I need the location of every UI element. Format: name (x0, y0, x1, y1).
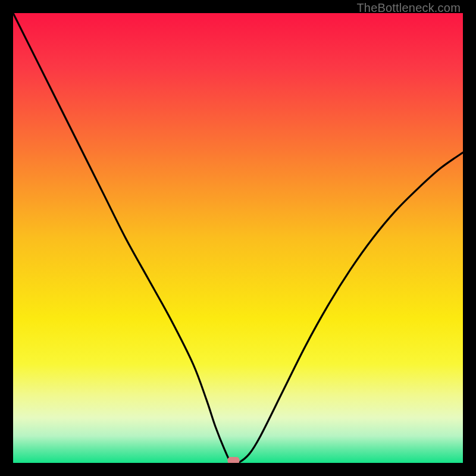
bottleneck-chart (13, 13, 463, 463)
minimum-marker (227, 457, 239, 463)
watermark-text: TheBottleneck.com (356, 1, 461, 15)
plot-background (13, 13, 463, 463)
chart-frame (13, 13, 463, 463)
